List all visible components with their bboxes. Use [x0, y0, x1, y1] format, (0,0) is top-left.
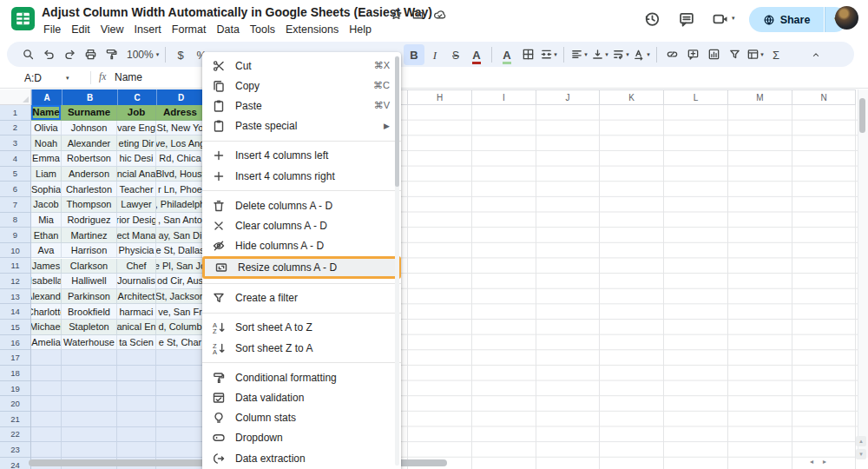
cell[interactable]: [156, 412, 205, 426]
cell[interactable]: Martinez: [62, 228, 117, 242]
cell[interactable]: Isabella: [31, 274, 62, 288]
row-header-15[interactable]: 15: [0, 320, 30, 335]
text-wrap-icon[interactable]: ▾: [610, 44, 631, 65]
row-header-19[interactable]: 19: [0, 381, 30, 397]
row-header-20[interactable]: 20: [0, 396, 30, 412]
cell[interactable]: [31, 442, 62, 457]
vertical-scrollbar-track[interactable]: [858, 89, 868, 458]
cell[interactable]: [117, 427, 156, 442]
scroll-right-arrow-icon[interactable]: ▸: [823, 458, 826, 466]
cell[interactable]: , San Anto: [156, 213, 205, 228]
cell[interactable]: Clarkson: [62, 259, 117, 274]
grid-corner-button-up[interactable]: ▴: [856, 436, 866, 446]
cell[interactable]: rior Desig: [117, 213, 156, 228]
row-header-3[interactable]: 3: [0, 135, 30, 151]
column-header-J[interactable]: J: [536, 89, 600, 105]
merge-cells-icon[interactable]: ▾: [538, 44, 559, 65]
name-box-caret-icon[interactable]: ▾: [66, 75, 69, 82]
paint-format-icon[interactable]: [101, 44, 122, 65]
menubar-item-view[interactable]: View: [95, 23, 129, 36]
cell[interactable]: Anderson: [62, 167, 117, 182]
cell[interactable]: [31, 396, 62, 411]
menu-item-insert-4-columns-left[interactable]: Insert 4 columns left: [202, 146, 401, 166]
row-header-6[interactable]: 6: [0, 182, 30, 197]
cell[interactable]: Ava: [31, 243, 62, 258]
cell[interactable]: [117, 381, 156, 396]
row-header-4[interactable]: 4: [0, 151, 30, 167]
camera-dropdown-caret-icon[interactable]: ▾: [732, 15, 740, 32]
menubar-item-edit[interactable]: Edit: [66, 23, 95, 36]
row-header-11[interactable]: 11: [0, 259, 30, 274]
cell[interactable]: Charlotte: [31, 304, 62, 319]
cell[interactable]: Architect: [117, 289, 156, 304]
cell[interactable]: [31, 381, 62, 396]
cell[interactable]: Sophia: [31, 182, 62, 196]
undo-icon[interactable]: [38, 44, 59, 65]
select-all-corner[interactable]: [0, 89, 31, 105]
scroll-left-arrow-icon[interactable]: ◂: [810, 458, 813, 466]
menu-item-copy[interactable]: Copy⌘C: [202, 76, 401, 96]
cell[interactable]: [31, 350, 62, 365]
cell[interactable]: [117, 350, 156, 365]
column-header-N[interactable]: N: [792, 89, 856, 105]
menubar-item-help[interactable]: Help: [344, 23, 377, 36]
row-header-7[interactable]: 7: [0, 197, 30, 213]
cell[interactable]: e St, Dallas: [156, 243, 205, 258]
cell[interactable]: ve, San Fr: [156, 304, 205, 319]
cell[interactable]: [117, 366, 156, 380]
menu-item-sort-sheet-a-to-z[interactable]: AZSort sheet A to Z: [202, 318, 401, 338]
cell[interactable]: [156, 442, 205, 457]
cell[interactable]: Harrison: [62, 243, 117, 258]
context-menu-scrollbar-thumb[interactable]: [395, 56, 399, 187]
row-header-2[interactable]: 2: [0, 121, 30, 136]
column-header-I[interactable]: I: [472, 89, 536, 105]
row-header-1[interactable]: 1: [0, 105, 30, 121]
column-header-L[interactable]: L: [664, 89, 728, 105]
cell[interactable]: [31, 427, 62, 442]
borders-icon[interactable]: [517, 44, 538, 65]
menu-item-cut[interactable]: Cut⌘X: [202, 56, 401, 76]
filter-icon[interactable]: [724, 44, 745, 65]
cell[interactable]: Blvd, Houst: [156, 167, 205, 182]
column-header-A[interactable]: A: [31, 89, 62, 105]
row-header-14[interactable]: 14: [0, 304, 30, 320]
cell[interactable]: , Philadelph: [156, 197, 205, 212]
cell[interactable]: Surname: [62, 105, 117, 120]
row-header-8[interactable]: 8: [0, 213, 30, 228]
row-header-22[interactable]: 22: [0, 427, 30, 443]
cell[interactable]: [62, 396, 117, 411]
menu-item-sort-sheet-z-to-a[interactable]: ZASort sheet Z to A: [202, 338, 401, 358]
cell[interactable]: [117, 396, 156, 411]
share-button[interactable]: Share: [749, 7, 824, 32]
cell[interactable]: Job: [117, 105, 156, 120]
move-folder-icon[interactable]: [411, 8, 424, 21]
cell[interactable]: [31, 412, 62, 426]
cell[interactable]: [62, 350, 117, 365]
row-header-16[interactable]: 16: [0, 335, 30, 351]
column-header-C[interactable]: C: [117, 89, 156, 105]
cell[interactable]: Parkinson: [62, 289, 117, 304]
cell[interactable]: ay, San Di: [156, 228, 205, 242]
document-title[interactable]: Adjust Column Width Automatically in Goo…: [42, 5, 432, 19]
search-icon[interactable]: [17, 44, 38, 65]
cell[interactable]: [156, 350, 205, 365]
column-header-B[interactable]: B: [62, 89, 117, 105]
menu-item-hide-columns-a-d[interactable]: Hide columns A - D: [202, 236, 401, 256]
cell[interactable]: [62, 442, 117, 457]
strikethrough-icon[interactable]: S: [445, 44, 466, 65]
cell[interactable]: vare Eng: [117, 121, 156, 135]
cell[interactable]: St, Jackson: [156, 289, 205, 304]
column-header-D[interactable]: D: [156, 89, 205, 105]
redo-icon[interactable]: [59, 44, 80, 65]
row-header-5[interactable]: 5: [0, 167, 30, 182]
menu-item-insert-4-columns-right[interactable]: Insert 4 columns right: [202, 166, 401, 186]
h-align-icon[interactable]: ▾: [569, 44, 589, 65]
cell[interactable]: [117, 442, 156, 457]
cell[interactable]: [31, 366, 62, 380]
cell[interactable]: Olivia: [31, 121, 62, 135]
column-header-partial[interactable]: [401, 89, 408, 105]
cell[interactable]: [156, 396, 205, 411]
cell[interactable]: [62, 366, 117, 380]
menu-item-resize-columns-a-d[interactable]: Resize columns A - D: [202, 256, 401, 279]
row-header-10[interactable]: 10: [0, 243, 30, 259]
